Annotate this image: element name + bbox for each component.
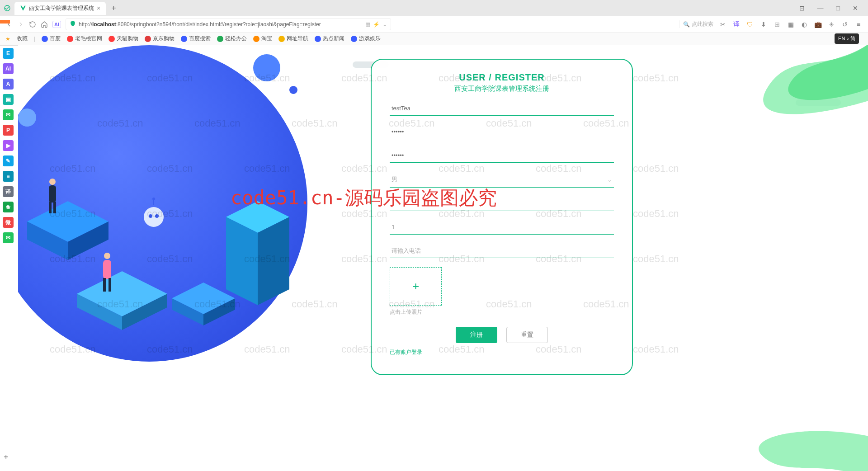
submit-button[interactable]: 注册 — [456, 327, 497, 343]
language-badge[interactable]: EN ♪ 简 — [835, 33, 859, 44]
side-app-5[interactable]: ✉ — [3, 109, 14, 120]
side-app-9[interactable]: ≡ — [3, 171, 14, 182]
svg-rect-20 — [108, 278, 111, 292]
bookmark-item[interactable]: 百度搜索 — [181, 35, 211, 42]
sync-favorites-tag[interactable]: 同步收藏 — [0, 20, 10, 24]
bookmark-item[interactable]: 网址导航 — [278, 35, 308, 42]
add-sidebar-button[interactable]: + — [4, 452, 9, 462]
register-card: USER / REGISTER 西安工商学院课表管理系统注册 男 ⌄ + 点击上… — [371, 59, 633, 375]
svg-rect-13 — [49, 185, 56, 203]
bookmark-item[interactable]: 天猫购物 — [108, 35, 138, 42]
photo-upload[interactable]: + — [390, 267, 442, 306]
translate-icon[interactable]: 译 — [732, 20, 741, 28]
side-app-11[interactable]: ❀ — [3, 202, 14, 212]
bookmark-item[interactable]: 热点新闻 — [315, 35, 344, 42]
scissors-icon[interactable]: ✂ — [719, 20, 727, 28]
menu-icon[interactable]: ≡ — [854, 20, 863, 28]
page-content: USER / REGISTER 西安工商学院课表管理系统注册 男 ⌄ + 点击上… — [18, 45, 868, 471]
svg-rect-15 — [49, 202, 52, 213]
download-icon[interactable]: ⬇ — [760, 20, 768, 28]
extra-field-1[interactable] — [390, 197, 614, 211]
extensions-icon[interactable]: ⊞ — [773, 20, 781, 28]
close-tab-icon[interactable]: × — [97, 5, 100, 12]
side-app-2[interactable]: AI — [3, 63, 14, 74]
svg-point-21 — [144, 207, 164, 227]
window-close[interactable]: ✕ — [850, 4, 861, 13]
shield-icon — [70, 20, 76, 28]
side-app-3[interactable]: A — [3, 79, 14, 89]
chevron-down-icon: ⌄ — [607, 176, 612, 183]
left-sidebar: E AI A ▣ ✉ P ▶ ✎ ≡ 译 ❀ 微 ✉ — [0, 45, 16, 243]
search-box[interactable]: 🔍 点此搜索 — [679, 20, 713, 28]
side-app-10[interactable]: 译 — [3, 186, 14, 197]
side-app-4[interactable]: ▣ — [3, 94, 14, 105]
side-app-1[interactable]: E — [3, 48, 14, 59]
qr-icon[interactable]: ▦ — [365, 21, 370, 28]
favorites-label: 收藏 — [17, 35, 28, 42]
window-controls: ⊡ — □ ✕ — [797, 4, 864, 13]
search-placeholder: 点此搜索 — [692, 20, 713, 28]
security-icon[interactable]: 🛡 — [746, 20, 754, 28]
svg-rect-17 — [103, 260, 111, 279]
plus-icon: + — [412, 279, 419, 293]
side-app-weibo[interactable]: 微 — [3, 217, 14, 228]
vue-icon — [20, 5, 26, 11]
side-app-6[interactable]: P — [3, 125, 14, 136]
window-minimize[interactable]: — — [815, 4, 826, 13]
bookmark-item[interactable]: 老毛桃官网 — [67, 35, 102, 42]
tab-title: 西安工商学院课表管理系统 — [29, 5, 94, 12]
browser-chrome: 西安工商学院课表管理系统 × + ⊡ — □ ✕ AI http://local… — [0, 0, 868, 46]
green-decoration — [651, 45, 868, 145]
side-app-8[interactable]: ✎ — [3, 155, 14, 166]
side-app-7[interactable]: ▶ — [3, 140, 14, 151]
color-icon[interactable]: ◐ — [800, 20, 808, 28]
window-other[interactable]: ⊡ — [797, 4, 807, 13]
extra-field-2[interactable] — [390, 220, 614, 235]
username-input[interactable] — [390, 101, 614, 116]
bookmark-item[interactable]: 百度 — [42, 35, 61, 42]
register-subtitle: 西安工商学院课表管理系统注册 — [390, 85, 614, 93]
bookmark-item[interactable]: 淘宝 — [253, 35, 272, 42]
bolt-icon[interactable]: ⚡ — [373, 21, 380, 28]
side-app-mail[interactable]: ✉ — [3, 232, 14, 243]
url-text: http://localhost:8080/springboot2n594/fr… — [79, 21, 363, 28]
home-icon[interactable] — [41, 21, 48, 28]
svg-rect-19 — [103, 278, 106, 292]
address-bar: AI http://localhost:8080/springboot2n594… — [0, 16, 868, 33]
nav-forward-icon[interactable] — [17, 21, 24, 28]
favorites-star-icon[interactable]: ★ — [5, 36, 10, 42]
svg-rect-16 — [53, 202, 56, 213]
svg-point-22 — [149, 214, 152, 218]
gender-select[interactable]: 男 ⌄ — [390, 172, 614, 188]
url-box[interactable]: http://localhost:8080/springboot2n594/fr… — [66, 18, 391, 30]
upload-hint: 点击上传照片 — [390, 308, 614, 316]
svg-point-18 — [104, 253, 110, 259]
svg-point-25 — [152, 198, 155, 200]
toolbar-right: 🔍 点此搜索 ✂ 译 🛡 ⬇ ⊞ ▦ ◐ 💼 ☀ ↺ ≡ — [679, 20, 863, 28]
new-tab-button[interactable]: + — [108, 4, 120, 13]
browser-logo-icon — [4, 5, 11, 12]
hero-illustration — [18, 45, 371, 434]
bookmark-item[interactable]: 轻松办公 — [217, 35, 247, 42]
apps-icon[interactable]: ▦ — [787, 20, 795, 28]
login-link[interactable]: 已有账户登录 — [390, 349, 614, 356]
reload-icon[interactable] — [29, 21, 36, 28]
chevron-down-icon[interactable]: ⌄ — [382, 21, 387, 28]
gender-value: 男 — [392, 175, 397, 184]
password-input[interactable] — [390, 125, 614, 139]
ai-icon[interactable]: AI — [52, 21, 61, 28]
green-decoration-bottom — [692, 390, 868, 471]
reset-button[interactable]: 重置 — [506, 327, 548, 343]
bookmarks-bar: ★ 收藏 | 百度 老毛桃官网 天猫购物 京东购物 百度搜索 轻松办公 淘宝 网… — [0, 33, 868, 45]
settings-icon[interactable]: ☀ — [827, 20, 835, 28]
phone-input[interactable] — [390, 244, 614, 258]
bookmark-item[interactable]: 京东购物 — [145, 35, 175, 42]
wallet-icon[interactable]: 💼 — [814, 20, 822, 28]
active-tab[interactable]: 西安工商学院课表管理系统 × — [14, 2, 106, 15]
svg-point-23 — [155, 214, 159, 218]
history-icon[interactable]: ↺ — [841, 20, 849, 28]
register-title: USER / REGISTER — [390, 72, 614, 83]
window-maximize[interactable]: □ — [834, 4, 843, 13]
bookmark-item[interactable]: 游戏娱乐 — [351, 35, 381, 42]
password-confirm-input[interactable] — [390, 148, 614, 163]
